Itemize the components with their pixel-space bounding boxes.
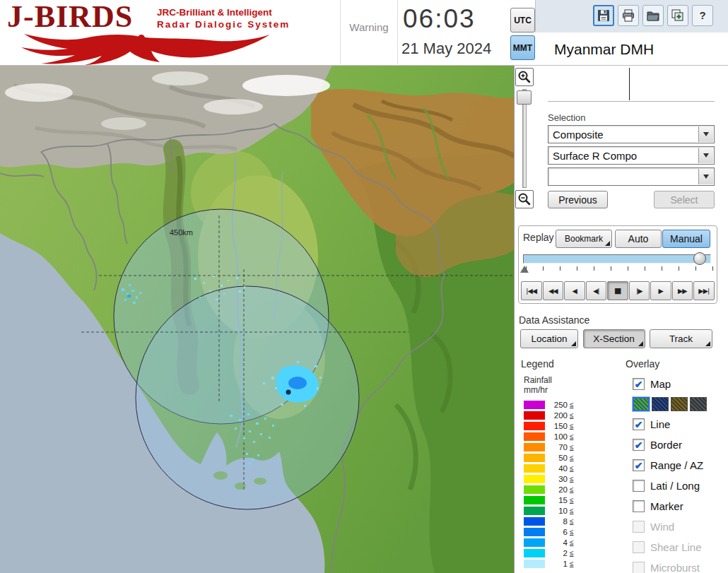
legend-leq-symbol: ≤ xyxy=(570,507,574,514)
legend-row: 150≤ xyxy=(524,420,594,431)
legend-value: 15 xyxy=(545,496,568,504)
print-button[interactable] xyxy=(618,5,639,26)
previous-button[interactable]: Previous xyxy=(548,191,608,208)
menu-corner-icon xyxy=(638,341,643,346)
overlay-item-shear-line[interactable]: Shear Line xyxy=(633,537,724,557)
map-style-swatch-1[interactable] xyxy=(652,397,669,411)
legend-row: 4≤ xyxy=(524,537,594,548)
legend-row: 15≤ xyxy=(524,495,594,505)
time-slider-handle[interactable] xyxy=(693,252,706,265)
overlay-item-marker[interactable]: Marker xyxy=(633,496,724,516)
map-style-swatch-3[interactable] xyxy=(690,397,707,411)
slider-tick xyxy=(560,266,560,271)
slider-tick xyxy=(712,266,713,271)
playback-fast-forward-button[interactable]: ▶▶ xyxy=(672,281,693,300)
utc-toggle-button[interactable]: UTC xyxy=(510,8,535,33)
legend-row: 10≤ xyxy=(524,505,594,516)
legend-value: 50 xyxy=(545,454,568,462)
checkbox[interactable] xyxy=(633,439,645,451)
legend-value: 30 xyxy=(545,475,568,483)
overlay-item-range-az[interactable]: Range / AZ xyxy=(633,455,724,475)
legend-row: 70≤ xyxy=(524,442,594,452)
legend-value: 200 xyxy=(545,411,568,420)
dropdown-arrow-icon[interactable] xyxy=(698,169,713,184)
legend-leq-symbol: ≤ xyxy=(570,560,574,567)
overlay-item-wind[interactable]: Wind xyxy=(633,516,724,537)
auto-mode-button[interactable]: Auto xyxy=(615,230,662,248)
overlay-item-map[interactable]: Map xyxy=(633,374,724,394)
composite-dropdown[interactable]: Composite xyxy=(548,125,715,143)
legend-color-chip xyxy=(524,464,545,473)
manual-mode-button[interactable]: Manual xyxy=(662,230,710,248)
legend-leq-symbol: ≤ xyxy=(570,485,574,493)
legend-row: 100≤ xyxy=(524,431,594,442)
playback-skip-to-end-button[interactable]: ▶▶| xyxy=(693,281,715,300)
save-icon xyxy=(597,8,611,23)
menu-corner-icon xyxy=(605,241,610,246)
playback-play-reverse-button[interactable]: ◀ xyxy=(564,281,585,300)
legend-leq-symbol: ≤ xyxy=(570,528,574,536)
playback-stop-button[interactable]: ■ xyxy=(607,281,628,300)
checkbox[interactable] xyxy=(633,459,645,471)
zoom-in-button[interactable] xyxy=(515,68,534,86)
x-section-button[interactable]: X-Section xyxy=(583,329,645,348)
logo-subtitle-line1: JRC-Brilliant & Intelligent xyxy=(157,7,290,19)
clock-time: 06:03 xyxy=(403,4,476,34)
data-assistance-section-label: Data Assistance xyxy=(519,314,589,326)
sub-product-dropdown[interactable] xyxy=(548,167,715,186)
slider-tick xyxy=(577,266,577,271)
legend-value: 1 xyxy=(545,560,568,568)
track-button[interactable]: Track xyxy=(650,329,712,348)
playback-fast-rewind-button[interactable]: ◀◀ xyxy=(543,281,564,300)
location-button[interactable]: Location xyxy=(520,329,578,348)
help-button[interactable]: ? xyxy=(692,5,713,26)
legend-color-chip xyxy=(524,432,545,441)
bookmark-button[interactable]: Bookmark xyxy=(556,230,612,248)
map-style-swatch-0[interactable] xyxy=(633,397,650,411)
overlay-label-text: Lati / Long xyxy=(650,480,700,492)
legend-color-chip xyxy=(524,538,545,547)
checkbox[interactable] xyxy=(633,480,645,492)
legend-color-chip xyxy=(524,496,545,504)
select-button[interactable]: Select xyxy=(654,191,715,208)
legend-row: 20≤ xyxy=(524,484,594,495)
map-style-swatch-2[interactable] xyxy=(671,397,688,411)
overlay-item-border[interactable]: Border xyxy=(633,435,724,455)
control-panel: Selection Composite Surface R Compo Prev… xyxy=(515,66,728,573)
open-button[interactable] xyxy=(642,5,664,26)
zoom-out-button[interactable] xyxy=(515,190,534,208)
open-folder-icon xyxy=(646,8,660,23)
map-style-swatches xyxy=(633,394,724,414)
overlay-section-label: Overlay xyxy=(626,358,659,370)
dropdown-arrow-icon[interactable] xyxy=(698,148,713,163)
playback-play-button[interactable]: ▶ xyxy=(650,281,671,300)
dropdown-arrow-icon[interactable] xyxy=(698,126,713,142)
eagle-logo-icon xyxy=(8,33,278,65)
overlay-item-microburst[interactable]: Microburst xyxy=(633,557,724,573)
mmt-toggle-button[interactable]: MMT xyxy=(510,35,535,60)
playback-step-back-button[interactable]: ◀| xyxy=(586,281,607,300)
checkbox xyxy=(633,562,645,573)
overlay-item-lati-long[interactable]: Lati / Long xyxy=(633,475,724,496)
legend-color-chip xyxy=(524,507,545,515)
menu-corner-icon xyxy=(705,341,710,346)
checkbox[interactable] xyxy=(633,418,645,430)
add-button[interactable] xyxy=(667,5,688,26)
radar-map-view[interactable]: 450km xyxy=(0,66,515,573)
zoom-slider-handle[interactable] xyxy=(517,90,532,105)
legend-row: 200≤ xyxy=(524,410,594,420)
legend-section-label: Legend xyxy=(521,358,554,370)
checkbox[interactable] xyxy=(633,500,645,512)
playback-skip-to-start-button[interactable]: |◀◀ xyxy=(521,281,542,300)
station-display-box[interactable] xyxy=(548,66,715,102)
time-slider-track[interactable] xyxy=(523,254,711,264)
product-dropdown[interactable]: Surface R Compo xyxy=(548,146,715,165)
overlay-item-line[interactable]: Line xyxy=(633,414,724,435)
overlay-label-text: Line xyxy=(650,418,670,430)
playback-step-forward-button[interactable]: |▶ xyxy=(629,281,650,300)
overlay-label-text: Border xyxy=(650,439,682,451)
replay-section-label: Replay xyxy=(523,232,554,243)
checkbox[interactable] xyxy=(633,378,645,390)
save-button[interactable] xyxy=(593,5,614,26)
legend-color-chip xyxy=(524,422,545,430)
